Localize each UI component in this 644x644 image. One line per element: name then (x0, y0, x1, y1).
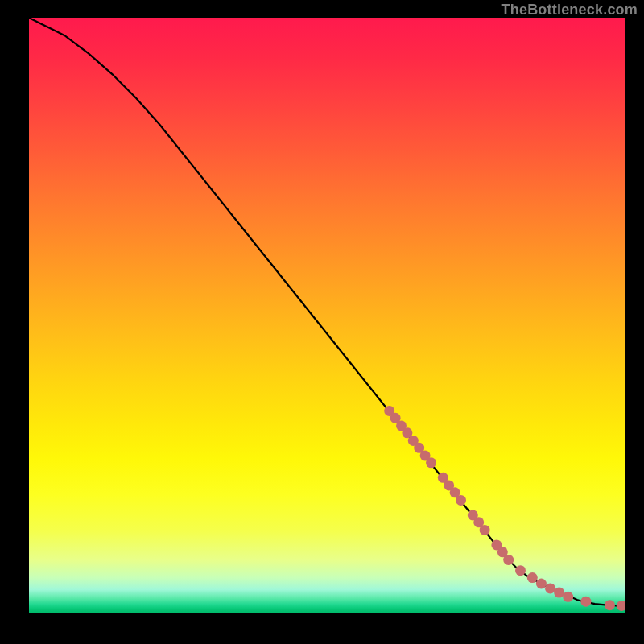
chart-container: TheBottleneck.com (0, 0, 644, 644)
attribution-text: TheBottleneck.com (502, 2, 638, 19)
heatmap-background (29, 18, 625, 613)
